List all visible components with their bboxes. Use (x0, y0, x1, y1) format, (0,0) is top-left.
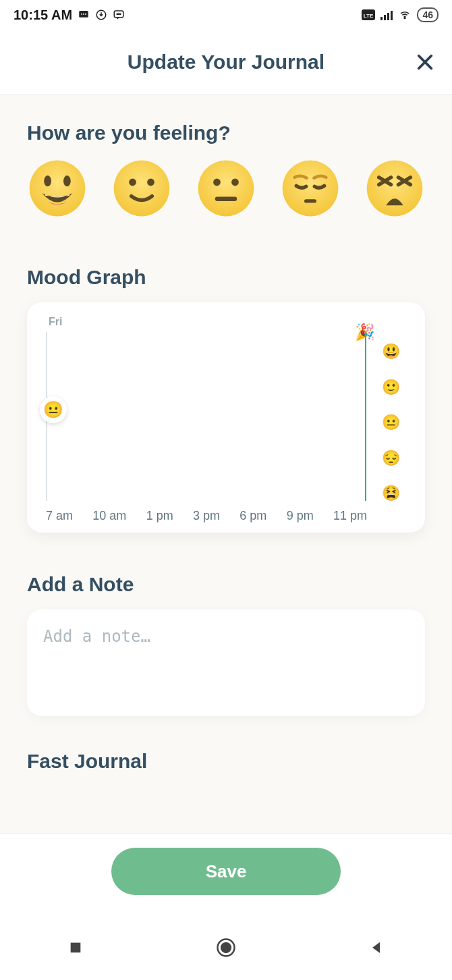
volte-icon: LTE (362, 9, 375, 20)
svg-point-12 (30, 161, 86, 217)
signal-icon (380, 9, 393, 20)
graph-right-axis (365, 332, 366, 501)
wifi-icon (398, 9, 412, 20)
graph-section-title: Mood Graph (27, 266, 425, 289)
graph-x-axis: 7 am 10 am 1 pm 3 pm 6 pm 9 pm 11 pm (46, 509, 406, 523)
status-right: LTE 46 (362, 7, 439, 22)
page-title: Update Your Journal (128, 51, 324, 74)
svg-point-8 (120, 13, 121, 14)
graph-plot-area[interactable]: 😐 (46, 332, 366, 501)
svg-point-1 (81, 13, 82, 15)
save-bar: Save (0, 834, 452, 915)
x-label: 6 pm (239, 509, 266, 523)
mood-neutral[interactable] (196, 158, 256, 219)
graph-y-scale: 😃 🙂 😐 😔 😫 (375, 344, 406, 501)
svg-point-2 (83, 13, 84, 15)
svg-point-16 (129, 179, 136, 186)
scale-neutral-icon: 😐 (382, 415, 400, 430)
status-left: 10:15 AM (13, 7, 125, 23)
sms-icon (78, 9, 90, 21)
mood-graph-card: Fri 🎉 😐 😃 🙂 😐 😔 😫 7 am 10 am 1 pm 3 pm (27, 302, 425, 533)
svg-point-13 (44, 175, 51, 186)
mood-slight-smile[interactable] (111, 158, 172, 219)
pensive-face-icon (280, 158, 341, 219)
svg-point-6 (117, 13, 117, 14)
nav-back-button[interactable] (363, 934, 390, 961)
nav-home-button[interactable] (213, 934, 239, 961)
svg-point-17 (147, 179, 154, 186)
scale-tired-icon: 😫 (382, 486, 400, 501)
status-time: 10:15 AM (13, 7, 72, 23)
note-card (27, 609, 425, 716)
chat-icon (113, 9, 125, 21)
grinning-face-icon (27, 158, 88, 219)
fast-journal-title: Fast Journal (27, 750, 425, 773)
x-label: 1 pm (146, 509, 173, 523)
circle-icon (216, 937, 236, 958)
close-icon (414, 51, 436, 73)
nav-recent-button[interactable] (62, 934, 89, 961)
svg-point-27 (221, 942, 231, 953)
scale-pensive-icon: 😔 (382, 451, 400, 466)
svg-rect-21 (215, 197, 237, 201)
neutral-face-icon (196, 158, 256, 219)
graph-data-point[interactable]: 😐 (40, 396, 67, 423)
graph-body: 🎉 😐 😃 🙂 😐 😔 😫 (46, 332, 406, 501)
x-label: 10 am (92, 509, 126, 523)
download-icon (95, 9, 107, 21)
scale-slight-smile-icon: 🙂 (382, 380, 400, 395)
note-section-title: Add a Note (27, 573, 425, 596)
svg-point-19 (213, 179, 221, 186)
x-label: 9 pm (287, 509, 314, 523)
svg-text:LTE: LTE (364, 13, 374, 19)
mood-picker (27, 158, 425, 219)
main-content: How are you feeling? (0, 94, 452, 915)
graph-point-emoji: 😐 (43, 400, 63, 419)
svg-rect-25 (70, 943, 80, 953)
x-label: 7 am (46, 509, 73, 523)
svg-point-3 (85, 13, 86, 15)
svg-point-11 (405, 18, 406, 19)
svg-point-22 (283, 161, 339, 217)
graph-day-label: Fri (49, 316, 406, 328)
tired-face-icon (364, 158, 425, 219)
note-input[interactable] (43, 627, 409, 699)
page-header: Update Your Journal (0, 30, 452, 94)
save-button[interactable]: Save (111, 848, 341, 895)
svg-rect-23 (304, 199, 316, 202)
mood-tired[interactable] (364, 158, 425, 219)
triangle-left-icon (368, 940, 385, 956)
svg-point-14 (63, 175, 71, 186)
mood-grinning[interactable] (27, 158, 88, 219)
svg-point-7 (118, 13, 119, 14)
x-label: 3 pm (193, 509, 220, 523)
mood-pensive[interactable] (280, 158, 341, 219)
mood-section-title: How are you feeling? (27, 121, 425, 144)
status-bar: 10:15 AM LTE 46 (0, 0, 452, 30)
close-button[interactable] (412, 49, 439, 76)
android-navbar (0, 915, 452, 980)
svg-point-15 (114, 161, 170, 217)
square-icon (68, 940, 83, 955)
svg-point-18 (198, 161, 254, 217)
battery-icon: 46 (417, 7, 439, 22)
scale-grinning-icon: 😃 (382, 344, 400, 359)
x-label: 11 pm (333, 509, 367, 523)
svg-point-24 (367, 161, 423, 217)
svg-point-20 (231, 179, 239, 186)
slight-smile-face-icon (111, 158, 172, 219)
